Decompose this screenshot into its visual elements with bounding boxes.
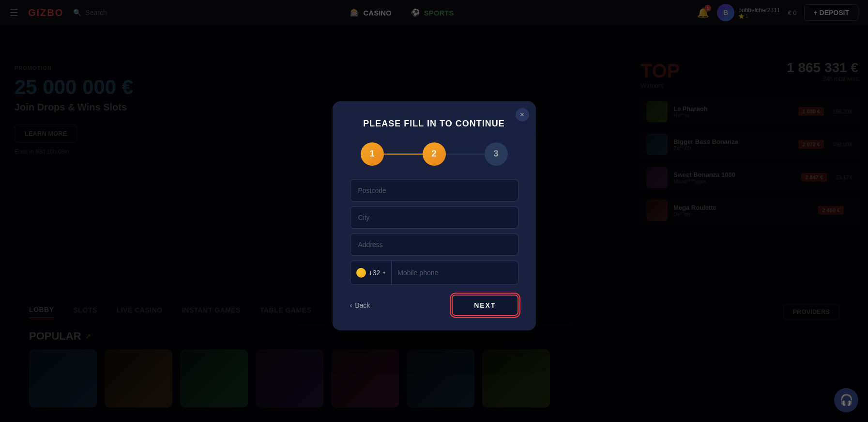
phone-prefix[interactable]: +32 ▾ bbox=[350, 261, 392, 284]
chevron-down-icon: ▾ bbox=[383, 270, 385, 275]
next-button[interactable]: NEXT bbox=[452, 294, 518, 315]
address-input[interactable] bbox=[350, 233, 518, 255]
step-1: 1 bbox=[361, 142, 384, 165]
flag-icon bbox=[356, 267, 366, 277]
step-2: 2 bbox=[423, 142, 446, 165]
phone-prefix-value: +32 bbox=[369, 268, 381, 276]
back-button[interactable]: ‹ Back bbox=[350, 301, 370, 309]
stepper: 1 2 3 bbox=[350, 142, 518, 165]
step-3: 3 bbox=[485, 142, 508, 165]
step-line-1 bbox=[384, 153, 423, 154]
support-button[interactable]: 🎧 bbox=[834, 388, 858, 412]
back-label: Back bbox=[355, 301, 370, 309]
back-chevron-icon: ‹ bbox=[350, 301, 352, 309]
modal-actions: ‹ Back NEXT bbox=[350, 294, 518, 315]
modal: × PLEASE FILL IN TO CONTINUE 1 2 3 +32 ▾… bbox=[333, 101, 536, 330]
form-fields: +32 ▾ bbox=[350, 179, 518, 284]
mobile-phone-input[interactable] bbox=[392, 261, 518, 284]
modal-close-button[interactable]: × bbox=[516, 108, 529, 121]
headset-icon: 🎧 bbox=[840, 394, 853, 406]
phone-row: +32 ▾ bbox=[350, 260, 518, 284]
city-input[interactable] bbox=[350, 206, 518, 228]
step-line-2 bbox=[446, 153, 485, 154]
modal-title: PLEASE FILL IN TO CONTINUE bbox=[350, 118, 518, 128]
postcode-input[interactable] bbox=[350, 179, 518, 201]
